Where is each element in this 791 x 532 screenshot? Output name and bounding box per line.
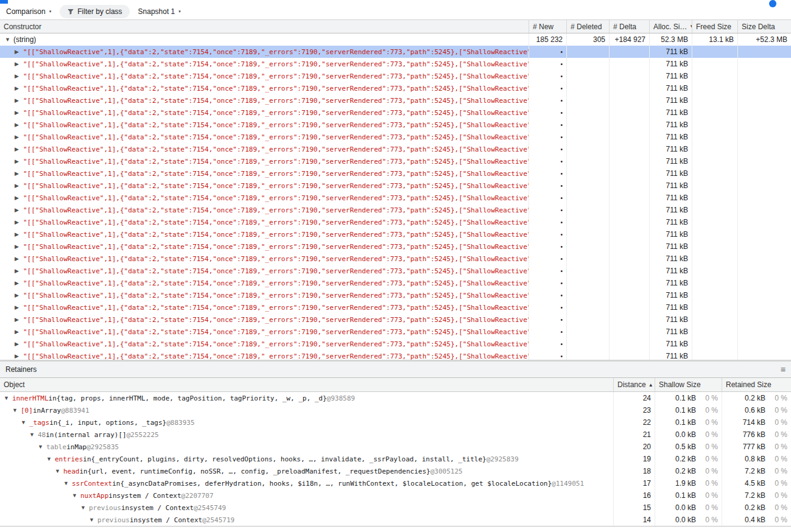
heap-string-row[interactable]: ▶"[["ShallowReactive",1],{"data":2,"stat… — [0, 82, 791, 94]
heap-string-row[interactable]: ▶"[["ShallowReactive",1],{"data":2,"stat… — [0, 253, 791, 265]
col-delta[interactable]: # Delta — [610, 20, 650, 33]
heap-string-row[interactable]: ▶"[["ShallowReactive",1],{"data":2,"stat… — [0, 58, 791, 70]
heap-string-row[interactable]: ▶"[["ShallowReactive",1],{"data":2,"stat… — [0, 350, 791, 360]
collapse-icon[interactable]: ▼ — [38, 444, 46, 450]
freed-size-cell — [692, 228, 738, 240]
collapse-icon[interactable]: ▼ — [46, 456, 55, 462]
expand-icon[interactable]: ▶ — [15, 170, 23, 177]
expand-icon[interactable]: ▶ — [15, 97, 23, 103]
heap-string-row[interactable]: ▶"[["ShallowReactive",1],{"data":2,"stat… — [0, 94, 791, 107]
snapshot-label: Snapshot 1 — [138, 7, 175, 16]
perspective-select[interactable]: Comparison ▾ — [6, 7, 51, 16]
expand-icon[interactable]: ▶ — [15, 341, 23, 347]
expand-icon[interactable]: ▶ — [15, 195, 23, 201]
expand-icon[interactable]: ▶ — [15, 317, 23, 323]
expand-icon[interactable]: ▶ — [15, 146, 23, 152]
retainer-row[interactable]: ▼nuxtApp in system / Context @2207707160… — [0, 489, 791, 502]
snapshot-select[interactable]: Snapshot 1 ▾ — [138, 7, 181, 16]
heap-string-row[interactable]: ▶"[["ShallowReactive",1],{"data":2,"stat… — [0, 289, 791, 301]
heap-string-row[interactable]: ▶"[["ShallowReactive",1],{"data":2,"stat… — [0, 338, 791, 350]
expand-icon[interactable]: ▶ — [15, 256, 23, 262]
expand-icon[interactable]: ▶ — [15, 73, 23, 79]
heap-string-row[interactable]: ▶"[["ShallowReactive",1],{"data":2,"stat… — [0, 131, 791, 143]
retainer-object-id: @3005125 — [431, 467, 463, 475]
col-new[interactable]: # New — [529, 20, 567, 33]
retainer-row[interactable]: ▼previous in system / Context @254571914… — [0, 514, 791, 526]
collapse-icon[interactable]: ▼ — [5, 37, 13, 43]
heap-string-row[interactable]: ▶"[["ShallowReactive",1],{"data":2,"stat… — [0, 119, 791, 131]
group-constructor-cell: ▼ (string) — [0, 33, 529, 46]
retainer-row[interactable]: ▼[0] in Array @883941230.1 kB0 %0.6 kB0 … — [0, 404, 791, 416]
expand-icon[interactable]: ▶ — [15, 158, 23, 164]
new-count-dot: • — [560, 207, 563, 214]
collapse-icon[interactable]: ▼ — [80, 505, 89, 511]
expand-icon[interactable]: ▶ — [15, 85, 23, 91]
heap-string-row[interactable]: ▶"[["ShallowReactive",1],{"data":2,"stat… — [0, 326, 791, 338]
expand-icon[interactable]: ▶ — [15, 304, 23, 310]
constructor-group-row[interactable]: ▼ (string) 185 232 305 +184 927 52.3 MB … — [0, 33, 791, 46]
expand-icon[interactable]: ▶ — [15, 353, 23, 359]
collapse-icon[interactable]: ▼ — [55, 468, 63, 474]
heap-string-row[interactable]: ▶"[["ShallowReactive",1],{"data":2,"stat… — [0, 107, 791, 119]
expand-icon[interactable]: ▶ — [15, 122, 23, 128]
collapse-icon[interactable]: ▼ — [63, 480, 72, 486]
alloc-size-value: 711 kB — [650, 204, 692, 216]
retainer-row[interactable]: ▼48 in (internal array)[] @2552225210.0 … — [0, 429, 791, 441]
retainer-row[interactable]: ▼previous in system / Context @254574915… — [0, 502, 791, 514]
heap-string-row[interactable]: ▶"[["ShallowReactive",1],{"data":2,"stat… — [0, 313, 791, 326]
col-shallow-size[interactable]: Shallow Size — [655, 378, 722, 391]
retainer-row[interactable]: ▼table in Map @2925835200.5 kB0 %777 kB0… — [0, 441, 791, 453]
retainer-row[interactable]: ▼_tags in {_i, input, options, _tags} @8… — [0, 416, 791, 429]
deleted-cell — [567, 326, 610, 338]
retainer-in-keyword: in — [83, 455, 91, 463]
collapse-icon[interactable]: ▼ — [12, 407, 21, 413]
expand-icon[interactable]: ▶ — [15, 207, 23, 213]
expand-icon[interactable]: ▶ — [15, 110, 23, 116]
heap-string-row[interactable]: ▶"[["ShallowReactive",1],{"data":2,"stat… — [0, 204, 791, 216]
heap-string-row[interactable]: ▶"[["ShallowReactive",1],{"data":2,"stat… — [0, 70, 791, 82]
heap-string-row[interactable]: ▶"[["ShallowReactive",1],{"data":2,"stat… — [0, 180, 791, 192]
heap-string-row[interactable]: ▶"[["ShallowReactive",1],{"data":2,"stat… — [0, 301, 791, 313]
heap-string-row[interactable]: ▶"[["ShallowReactive",1],{"data":2,"stat… — [0, 277, 791, 289]
col-distance[interactable]: Distance ▲ — [614, 378, 655, 391]
expand-icon[interactable]: ▶ — [15, 292, 23, 298]
col-deleted[interactable]: # Deleted — [567, 20, 610, 33]
heap-string-row[interactable]: ▶"[["ShallowReactive",1],{"data":2,"stat… — [0, 265, 791, 277]
collapse-icon[interactable]: ▼ — [89, 517, 97, 523]
retainer-row[interactable]: ▼innerHTML in {tag, props, innerHTML, mo… — [0, 392, 791, 404]
menu-icon[interactable]: ≡ — [781, 365, 786, 374]
heap-string-row[interactable]: ▶"[["ShallowReactive",1],{"data":2,"stat… — [0, 240, 791, 253]
retainer-row[interactable]: ▼head in {url, event, runtimeConfig, noS… — [0, 465, 791, 477]
expand-icon[interactable]: ▶ — [15, 134, 23, 140]
col-size-delta[interactable]: Size Delta — [738, 20, 791, 33]
expand-icon[interactable]: ▶ — [15, 231, 23, 237]
heap-string-row[interactable]: ▶"[["ShallowReactive",1],{"data":2,"stat… — [0, 228, 791, 240]
expand-icon[interactable]: ▶ — [15, 243, 23, 250]
expand-icon[interactable]: ▶ — [15, 49, 23, 55]
col-freed-size[interactable]: Freed Size — [692, 20, 738, 33]
retainer-row[interactable]: ▼ssrContext in {_asyncDataPromises, defe… — [0, 477, 791, 489]
col-retained-size[interactable]: Retained Size — [722, 378, 791, 391]
filter-by-class-chip[interactable]: Filter by class — [60, 5, 129, 18]
expand-icon[interactable]: ▶ — [15, 219, 23, 225]
heap-string-row[interactable]: ▶"[["ShallowReactive",1],{"data":2,"stat… — [0, 46, 791, 58]
collapse-icon[interactable]: ▼ — [72, 492, 80, 499]
heap-string-row[interactable]: ▶"[["ShallowReactive",1],{"data":2,"stat… — [0, 192, 791, 204]
expand-icon[interactable]: ▶ — [15, 183, 23, 189]
expand-icon[interactable]: ▶ — [15, 268, 23, 274]
col-alloc-size[interactable]: Alloc. Si… ▼ — [650, 20, 692, 33]
heap-string-row[interactable]: ▶"[["ShallowReactive",1],{"data":2,"stat… — [0, 155, 791, 167]
expand-icon[interactable]: ▶ — [15, 329, 23, 335]
collapse-icon[interactable]: ▼ — [4, 395, 12, 401]
col-constructor[interactable]: Constructor — [0, 20, 529, 33]
retainer-row[interactable]: ▼entries in {_entryCount, plugins, dirty… — [0, 453, 791, 465]
expand-icon[interactable]: ▶ — [15, 61, 23, 67]
heap-string-row[interactable]: ▶"[["ShallowReactive",1],{"data":2,"stat… — [0, 216, 791, 228]
heap-string-row[interactable]: ▶"[["ShallowReactive",1],{"data":2,"stat… — [0, 143, 791, 155]
col-object[interactable]: Object — [0, 378, 614, 391]
collapse-icon[interactable]: ▼ — [29, 432, 38, 438]
heap-string-row[interactable]: ▶"[["ShallowReactive",1],{"data":2,"stat… — [0, 167, 791, 180]
expand-icon[interactable]: ▶ — [15, 280, 23, 286]
new-count-dot: • — [560, 158, 563, 165]
collapse-icon[interactable]: ▼ — [21, 419, 29, 425]
